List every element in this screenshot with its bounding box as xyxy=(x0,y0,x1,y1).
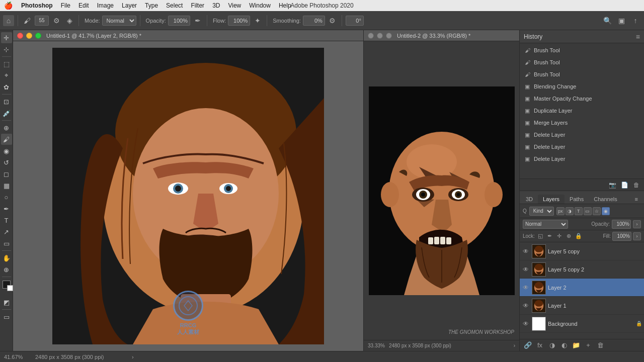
win-close-left[interactable] xyxy=(17,33,23,39)
lock-all-icon[interactable]: 🔒 xyxy=(575,232,583,240)
fill-arrow-icon[interactable]: › xyxy=(633,232,641,240)
layout-icon[interactable]: ▣ xyxy=(616,15,627,26)
layer-visibility-toggle[interactable]: 👁 xyxy=(522,284,530,292)
layer-row[interactable]: 👁 Layer 5 copy xyxy=(520,242,644,260)
angle-input[interactable] xyxy=(346,16,364,26)
history-item[interactable]: ▣Merge Layers xyxy=(520,117,644,129)
layer-delete-btn[interactable]: 🗑 xyxy=(595,340,605,350)
export-icon[interactable]: ↑ xyxy=(630,15,641,26)
menu-3d[interactable]: 3D xyxy=(209,0,223,11)
home-icon[interactable]: ⌂ xyxy=(3,15,14,26)
smoothing-settings-icon[interactable]: ⚙ xyxy=(327,15,338,26)
history-item[interactable]: 🖌Brush Tool xyxy=(520,56,644,68)
brush-settings-icon[interactable]: ⚙ xyxy=(51,15,62,26)
search-icon[interactable]: 🔍 xyxy=(602,15,613,26)
menu-image[interactable]: Image xyxy=(94,0,117,11)
layer-visibility-toggle[interactable]: 👁 xyxy=(522,247,530,255)
menu-view[interactable]: View xyxy=(224,0,245,11)
tab-3d[interactable]: 3D xyxy=(521,195,538,204)
apple-menu[interactable]: 🍎 xyxy=(4,2,13,10)
history-item[interactable]: 🖌Brush Tool xyxy=(520,44,644,56)
win-max-left[interactable] xyxy=(35,33,41,39)
win-max-right[interactable] xyxy=(386,33,392,39)
canvas-right-arrow[interactable]: › xyxy=(514,343,515,348)
gradient-tool[interactable]: ▦ xyxy=(1,180,12,191)
layer-adjust-btn[interactable]: ◐ xyxy=(559,340,569,350)
win-min-left[interactable] xyxy=(26,33,32,39)
menu-layer[interactable]: Layer xyxy=(118,0,140,11)
airbrush-icon[interactable]: ✦ xyxy=(252,15,263,26)
history-snapshot-btn[interactable]: 📷 xyxy=(608,180,617,190)
history-item[interactable]: 🖌Brush Tool xyxy=(520,68,644,80)
background-color[interactable] xyxy=(7,285,13,291)
tab-layers[interactable]: Layers xyxy=(538,195,565,204)
layer-visibility-toggle[interactable]: 👁 xyxy=(522,265,530,274)
menu-select[interactable]: Select xyxy=(163,0,186,11)
history-item[interactable]: ▣Delete Layer xyxy=(520,141,644,153)
mode-select[interactable]: Normal Multiply Screen xyxy=(102,16,136,26)
layer-link-btn[interactable]: 🔗 xyxy=(523,340,533,350)
artboard-tool[interactable]: ⊹ xyxy=(1,44,12,55)
filter-pixel-icon[interactable]: px xyxy=(556,207,565,215)
win-close-right[interactable] xyxy=(368,33,374,39)
path-select-tool[interactable]: ↗ xyxy=(1,226,12,237)
menu-file[interactable]: File xyxy=(57,0,74,11)
history-item[interactable]: ▣Master Opacity Change xyxy=(520,93,644,105)
lock-transparent-icon[interactable]: ◱ xyxy=(536,232,544,240)
layer-new-btn[interactable]: + xyxy=(583,340,593,350)
filter-shape-icon[interactable]: ▭ xyxy=(584,207,592,215)
history-item[interactable]: ▣Duplicate Layer xyxy=(520,105,644,117)
app-name-menu[interactable]: Photoshop xyxy=(18,2,56,9)
pressure-icon[interactable]: ◈ xyxy=(64,15,75,26)
blend-mode-select[interactable]: Normal Multiply Screen Overlay xyxy=(523,220,568,229)
eraser-tool[interactable]: ◻ xyxy=(1,168,12,179)
canvas-left-content[interactable]: RRCG人人素材 xyxy=(13,41,363,351)
brush-tool[interactable]: 🖌 xyxy=(1,134,12,145)
canvas-right-content[interactable]: THE GNOMON WORKSHOP xyxy=(364,41,519,340)
move-tool[interactable]: ✛ xyxy=(1,32,12,43)
tab-channels[interactable]: Channels xyxy=(589,195,622,204)
status-arrow[interactable]: › xyxy=(132,354,134,360)
layer-row[interactable]: 👁Background🔒 xyxy=(520,315,644,333)
lock-image-icon[interactable]: ✒ xyxy=(546,232,554,240)
filter-type-icon[interactable]: T xyxy=(575,207,583,215)
opacity-input[interactable] xyxy=(168,16,190,26)
shape-tool[interactable]: ▭ xyxy=(1,238,12,249)
history-menu-btn[interactable]: ≡ xyxy=(636,33,640,41)
filter-toggle-icon[interactable]: ◉ xyxy=(602,207,610,215)
hand-tool[interactable]: ✋ xyxy=(1,252,12,263)
layer-visibility-toggle[interactable]: 👁 xyxy=(522,302,530,310)
history-brush-tool[interactable]: ↺ xyxy=(1,157,12,168)
dodge-tool[interactable]: ○ xyxy=(1,192,12,203)
opacity-row-input[interactable] xyxy=(612,220,631,229)
type-tool[interactable]: T xyxy=(1,215,12,226)
marquee-tool[interactable]: ⬚ xyxy=(1,58,12,69)
healing-tool[interactable]: ⊕ xyxy=(1,122,12,133)
foreground-color[interactable] xyxy=(3,281,11,289)
filter-smart-icon[interactable]: ☆ xyxy=(593,207,601,215)
smoothing-input[interactable] xyxy=(303,16,325,26)
filter-kind-select[interactable]: Kind xyxy=(529,207,554,216)
layer-visibility-toggle[interactable]: 👁 xyxy=(522,320,530,328)
lock-artboard-icon[interactable]: ⊕ xyxy=(565,232,573,240)
opacity-pen-icon[interactable]: ✒ xyxy=(192,15,203,26)
screen-mode-tool[interactable]: ▭ xyxy=(1,311,12,322)
menu-edit[interactable]: Edit xyxy=(75,0,93,11)
opacity-arrow-icon[interactable]: › xyxy=(633,220,641,228)
layer-mask-btn[interactable]: ◑ xyxy=(547,340,557,350)
pen-tool[interactable]: ✒ xyxy=(1,203,12,214)
brush-size-display[interactable]: 55 xyxy=(35,16,49,26)
menu-type[interactable]: Type xyxy=(141,0,162,11)
quick-mask-tool[interactable]: ◩ xyxy=(1,297,12,308)
flow-input[interactable] xyxy=(228,16,250,26)
win-min-right[interactable] xyxy=(377,33,383,39)
menu-window[interactable]: Window xyxy=(246,0,274,11)
menu-filter[interactable]: Filter xyxy=(187,0,208,11)
quick-select-tool[interactable]: ✿ xyxy=(1,81,12,93)
history-new-doc-btn[interactable]: 📄 xyxy=(620,180,629,190)
tab-paths[interactable]: Paths xyxy=(565,195,589,204)
layer-row[interactable]: 👁 Layer 2 xyxy=(520,279,644,297)
layers-panel-menu[interactable]: ≡ xyxy=(630,195,643,204)
lasso-tool[interactable]: ⌖ xyxy=(1,70,12,81)
eyedropper-tool[interactable]: 💉 xyxy=(1,108,12,119)
